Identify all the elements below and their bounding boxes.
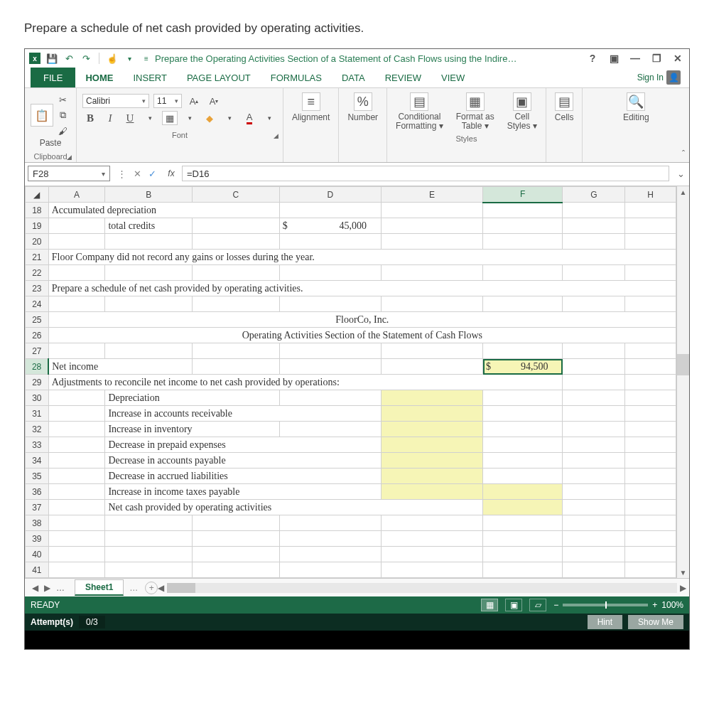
font-color-button[interactable]: A [242,111,257,125]
save-icon[interactable]: 💾 [46,53,58,64]
decrease-font-icon[interactable]: A▾ [206,94,222,108]
format-painter-icon[interactable]: 🖌 [55,124,70,138]
row-header[interactable]: 33 [26,437,49,453]
zoom-out-icon[interactable]: − [553,600,558,610]
tab-view[interactable]: VIEW [431,68,475,87]
cells-button[interactable]: ▤ Cells [552,92,577,122]
cell[interactable]: Prepare a schedule of net cash provided … [48,281,676,296]
cell[interactable] [483,484,563,500]
cell[interactable]: Decrease in accounts payable [105,453,381,469]
cell[interactable] [381,390,482,406]
zoom-level[interactable]: 100% [661,600,683,610]
qat-customize-icon[interactable]: ≡ [141,53,152,64]
redo-icon[interactable]: ↷ [80,53,92,64]
namebox-dropdown-icon[interactable]: ▾ [102,170,105,178]
sheet-nav-more-icon[interactable]: … [56,583,65,593]
scroll-right-icon[interactable]: ▶ [680,583,686,593]
cell[interactable] [381,469,482,484]
cell[interactable] [381,453,482,469]
row-header[interactable]: 32 [26,422,49,437]
cancel-icon[interactable]: ✕ [134,168,141,179]
italic-button[interactable]: I [102,111,118,125]
border-dropdown-icon[interactable]: ▾ [182,111,198,125]
cell[interactable]: Operating Activities Section of the Stat… [48,328,676,343]
horizontal-scrollbar[interactable]: ◀ ▶ [158,583,689,593]
sheet-nav-next-icon[interactable]: ▶ [44,583,50,593]
help-button[interactable]: ? [585,53,600,64]
border-button[interactable]: ▦ [162,111,178,125]
cell[interactable]: total credits [105,218,193,234]
row-header[interactable]: 22 [26,265,49,281]
scroll-up-icon[interactable]: ▲ [680,186,687,198]
cell[interactable]: Increase in accounts receivable [105,406,381,422]
show-me-button[interactable]: Show Me [628,615,683,629]
row-header[interactable]: 30 [26,390,49,406]
cell-styles-button[interactable]: ▣ CellStyles ▾ [504,92,540,130]
sheet-tab-more-icon[interactable]: … [129,583,138,593]
tab-formulas[interactable]: FORMULAS [261,68,332,87]
col-header[interactable]: D [279,187,381,203]
minimize-icon[interactable]: — [628,53,642,64]
add-sheet-button[interactable]: + [145,582,158,594]
fx-icon[interactable]: fx [163,168,179,178]
qat-dropdown-icon[interactable]: ▾ [124,53,135,64]
row-header[interactable]: 38 [26,515,49,531]
fill-color-button[interactable]: ◆ [202,111,217,125]
spreadsheet-table[interactable]: ◢ A B C D E F G H 18 Accumu [25,186,676,578]
scroll-left-icon[interactable]: ◀ [158,583,164,593]
col-header[interactable]: A [48,187,105,203]
tab-page-layout[interactable]: PAGE LAYOUT [177,68,261,87]
row-header[interactable]: 34 [26,453,49,469]
row-header[interactable]: 23 [26,281,49,296]
row-header[interactable]: 37 [26,500,49,515]
cell[interactable]: Depreciation [105,390,279,406]
vertical-scrollbar[interactable]: ▲ ▼ [676,186,689,578]
cell[interactable]: Adjustments to reconcile net income to n… [48,375,563,390]
col-header[interactable]: B [105,187,193,203]
row-header[interactable]: 24 [26,296,49,312]
sheet-nav-prev-icon[interactable]: ◀ [32,583,38,593]
tab-review[interactable]: REVIEW [375,68,431,87]
col-header[interactable]: G [563,187,625,203]
cell[interactable]: Increase in income taxes payable [105,484,381,500]
cell[interactable] [381,484,482,500]
undo-icon[interactable]: ↶ [63,53,75,64]
font-color-dropdown-icon[interactable]: ▾ [261,111,277,125]
sheet-tab-active[interactable]: Sheet1 [75,579,124,596]
alignment-button[interactable]: ≡ Alignment [289,92,332,122]
enter-icon[interactable]: ✓ [148,168,156,179]
row-header[interactable]: 29 [26,375,49,390]
formula-bar[interactable]: =D16 [182,166,669,181]
cell[interactable]: Net cash provided by operating activitie… [105,500,483,515]
row-header[interactable]: 41 [26,562,49,578]
row-header[interactable]: 39 [26,531,49,547]
row-header[interactable]: 21 [26,250,49,265]
formula-bar-expand-icon[interactable]: ⌄ [675,168,686,179]
scroll-down-icon[interactable]: ▼ [680,567,687,578]
font-size-combo[interactable]: 11▾ [153,94,182,108]
format-as-table-button[interactable]: ▦ Format asTable ▾ [453,92,497,130]
increase-font-icon[interactable]: A▴ [186,94,202,108]
cell[interactable]: FloorCo, Inc. [48,312,676,328]
row-header[interactable]: 20 [26,234,49,250]
cell[interactable] [381,437,482,453]
row-header[interactable]: 27 [26,343,49,359]
cell[interactable]: $45,000 [279,218,381,234]
name-box[interactable]: F28▾ [28,166,110,181]
cell[interactable]: Accumulated depreciation [48,203,279,218]
normal-view-icon[interactable]: ▦ [481,599,498,611]
close-icon[interactable]: ✕ [671,53,685,64]
clipboard-launcher-icon[interactable]: ◢ [65,154,72,161]
row-header[interactable]: 36 [26,484,49,500]
underline-button[interactable]: U [122,111,138,125]
font-launcher-icon[interactable]: ◢ [272,132,279,139]
collapse-ribbon-icon[interactable]: ˆ [682,149,685,159]
bold-button[interactable]: B [82,111,98,125]
conditional-formatting-button[interactable]: ▤ ConditionalFormatting ▾ [393,92,446,130]
col-header[interactable]: C [193,187,280,203]
underline-dropdown-icon[interactable]: ▾ [142,111,158,125]
page-break-view-icon[interactable]: ▱ [529,599,546,611]
cell[interactable]: Decrease in prepaid expenses [105,437,381,453]
touch-mode-icon[interactable]: ☝ [107,53,118,64]
tab-data[interactable]: DATA [332,68,375,87]
